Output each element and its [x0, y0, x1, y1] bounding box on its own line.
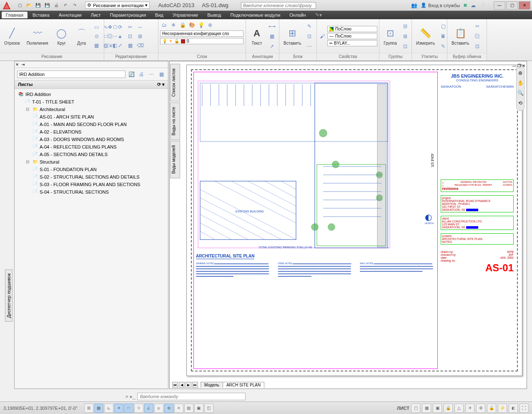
tree-subset-struct[interactable]: ⊟📁Structural — [15, 158, 167, 166]
toolbar-lock-icon[interactable]: 🔓 — [487, 404, 496, 413]
tab-online[interactable]: Онлайн — [285, 12, 310, 18]
infocenter-search[interactable] — [241, 2, 316, 9]
panel-props-label[interactable]: Свойства — [317, 53, 379, 61]
tab-parametric[interactable]: Параметризация — [106, 12, 150, 18]
command-input[interactable] — [137, 393, 246, 400]
exchange-icon[interactable]: ✖ — [463, 3, 467, 8]
panel-draw-label[interactable]: Рисование — [0, 53, 104, 61]
table-icon[interactable]: ▦ — [268, 32, 276, 40]
clean-screen-icon[interactable]: ⛶ — [519, 404, 529, 413]
tree-sheet[interactable]: 📄A-02 - ELEVATIONS — [15, 128, 167, 136]
sheetset-dropdown[interactable]: IRD Addition — [17, 71, 125, 78]
tab-annotate[interactable]: Аннотации — [55, 12, 86, 18]
paste-button[interactable]: 📋Вставить — [449, 26, 472, 46]
matchprop-icon[interactable]: 🖌 — [319, 31, 326, 42]
measure-button[interactable]: 📏Измерить — [414, 26, 437, 46]
tree-sheet[interactable]: 📄A-01 - MAIN AND SECOND FLOOR PLAN — [15, 121, 167, 128]
3dosnap-toggle[interactable]: ◊ — [134, 404, 143, 413]
ws-switch-icon[interactable]: ⚙ — [476, 404, 485, 413]
annoscale-icon[interactable]: 🔒 — [444, 404, 453, 413]
sidetab-sheets[interactable]: Список листов — [170, 64, 180, 101]
saveas-icon[interactable]: 💾 — [43, 2, 51, 9]
leader-icon[interactable]: ↗ — [268, 42, 276, 50]
tree-sheet[interactable]: 📄S-01 - FOUNDATION PLAN — [15, 166, 167, 173]
express-icon[interactable]: ✎▾ — [315, 12, 322, 18]
signin-button[interactable]: 👤 Вход в службы — [421, 3, 460, 8]
sc-toggle[interactable]: ◫ — [204, 404, 213, 413]
cut-icon[interactable]: ✂ — [473, 22, 482, 30]
line-button[interactable]: ╱Отрезок — [2, 26, 23, 46]
cloud-icon[interactable]: ☁ — [471, 3, 476, 8]
space-indicator[interactable]: ЛИСТ — [397, 406, 409, 411]
close-button[interactable]: ✕ — [519, 1, 530, 10]
tab-home[interactable]: Главная — [2, 12, 28, 18]
tab-next-icon[interactable]: ▶ — [186, 382, 191, 388]
text-button[interactable]: AТекст — [248, 26, 266, 46]
cmd-close-icon[interactable]: ✕ — [125, 394, 128, 399]
redo-icon[interactable]: ↷ — [71, 2, 78, 9]
scale-icon[interactable]: ⤢ — [116, 41, 124, 50]
refresh-icon[interactable]: 🔄 — [127, 70, 136, 78]
rotate-icon[interactable]: ⟳ — [116, 23, 124, 31]
dim-icon[interactable]: ⟷ — [268, 22, 276, 30]
ssm-sheets-header[interactable]: Листы⟳ ▾ — [15, 81, 168, 89]
tab-manage[interactable]: Управление — [168, 12, 202, 18]
qp-toggle[interactable]: ▣ — [194, 404, 203, 413]
insert-button[interactable]: ⊞Вставить — [281, 26, 304, 46]
tree-sheet[interactable]: 📄AS-01 - ARCH SITE PLAN — [15, 113, 167, 121]
save-icon[interactable]: 💾 — [34, 2, 42, 9]
snap-toggle[interactable]: ⊞ — [84, 404, 93, 413]
coords-readout[interactable]: 3.198905E+01, 2.309797E+01, 0'-0" — [3, 406, 78, 411]
workspace-dropdown[interactable]: ⚙ Рисование и аннотации ▾ — [85, 2, 150, 9]
tree-sheet[interactable]: 📄S-03 - FLOOR FRAMING PLAN AND SECTIONS — [15, 181, 167, 188]
layer-dropdown[interactable]: 💡☀🔓0 — [160, 38, 243, 44]
color-dropdown[interactable]: ПоСлою — [327, 26, 377, 32]
tab-prev-icon[interactable]: ◀ — [179, 382, 185, 388]
zoom-icon[interactable]: 🔍 — [517, 90, 524, 96]
move-icon[interactable]: ✥ — [106, 23, 114, 31]
mdi-close-icon[interactable]: ✕ — [522, 63, 525, 68]
tree-sheet[interactable]: 📄T-01 - TITLE SHEET — [15, 98, 167, 106]
annoscale2-icon[interactable]: △ — [454, 404, 464, 413]
erase-icon[interactable]: ⌫ — [136, 41, 144, 50]
plot-icon[interactable]: 🖨 — [53, 2, 60, 9]
layerprops-icon[interactable]: 🗂 — [160, 21, 168, 29]
sidetab-models[interactable]: Виды моделей — [170, 141, 180, 178]
publish-icon[interactable]: 🖨 — [137, 70, 146, 78]
rect-icon[interactable]: ▭ — [93, 23, 101, 31]
arc-button[interactable]: ⌒Дуга — [73, 26, 91, 46]
minimize-button[interactable]: — — [494, 1, 505, 10]
otrack-toggle[interactable]: ∠ — [144, 404, 153, 413]
layerstate-dropdown[interactable]: Несохраненная конфигурация сло — [160, 30, 243, 37]
copy-clip-icon[interactable]: ⿻ — [473, 32, 482, 40]
people-icon[interactable]: 👥 — [411, 3, 417, 8]
tab-view[interactable]: Вид — [151, 12, 168, 18]
tab-insert[interactable]: Вставка — [28, 12, 54, 18]
orbit-icon[interactable]: ⟲ — [518, 100, 522, 106]
polar-toggle[interactable]: ✶ — [114, 404, 123, 413]
tree-sheet[interactable]: 📄S-04 - STRUCTURAL SECTIONS — [15, 188, 167, 196]
tree-sheet[interactable]: 📄A-04 - REFLECTED CEILING PLANS — [15, 143, 167, 151]
hardware-icon[interactable]: ⚡ — [498, 404, 507, 413]
tab-output[interactable]: Вывод — [203, 12, 225, 18]
panel-block-label[interactable]: Блок — [279, 53, 316, 61]
tpy-toggle[interactable]: ▤ — [184, 404, 193, 413]
modelspace-icon[interactable]: ▢ — [411, 404, 420, 413]
panel-modify-label[interactable]: Редактирование — [104, 53, 158, 61]
mdi-min-icon[interactable]: — — [512, 63, 517, 68]
polyline-button[interactable]: 〰Полилиния — [24, 26, 51, 46]
close-palette-icon[interactable]: ✕ — [15, 62, 19, 67]
tree-sheet[interactable]: 📄S-02 - STRUCTURAL SECTIONS AND DETAILS — [15, 173, 167, 181]
tab-layout1[interactable]: ARCH SITE PLAN — [223, 382, 264, 388]
dyn-toggle[interactable]: ⊕ — [164, 404, 173, 413]
tree-root[interactable]: 📚IRD Addition — [15, 91, 167, 98]
help-icon[interactable]: ❔ — [479, 3, 485, 8]
autohide-icon[interactable]: ⇥ — [21, 62, 25, 67]
linetype-dropdown[interactable]: ═BYLAY... — [327, 40, 377, 46]
tree-sheet[interactable]: 📄A-05 - SECTIONS AND DETAILS — [15, 151, 167, 158]
circle-button[interactable]: ◯Круг — [53, 26, 71, 46]
app-menu-icon[interactable] — [0, 0, 13, 11]
stretch-icon[interactable]: ⇲ — [106, 41, 114, 50]
tab-layout[interactable]: Лист — [87, 12, 105, 18]
tab-first-icon[interactable]: ⏮ — [172, 382, 178, 388]
